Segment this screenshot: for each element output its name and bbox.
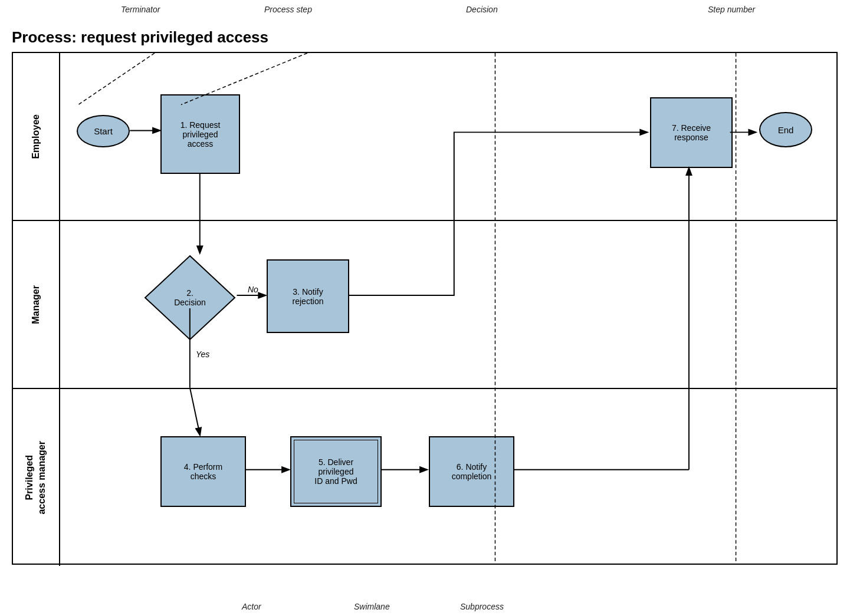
legend-step-number: Step number (708, 5, 755, 14)
step5-shape: 5. Deliver privileged ID and Pwd (290, 436, 382, 507)
lane-privileged-label-container: Privileged access manager (13, 389, 60, 566)
step3-shape: 3. Notify rejection (267, 259, 349, 333)
page-title: Process: request privileged access (12, 28, 268, 47)
page-container: Terminator Process step Decision Step nu… (0, 0, 850, 616)
legend-swimlane: Swimlane (354, 602, 390, 611)
lane-employee-label: Employee (30, 114, 42, 159)
end-shape: End (759, 112, 812, 147)
legend-decision: Decision (466, 5, 498, 14)
lane-employee: Employee Start 1. Request privileged acc… (13, 53, 836, 221)
step7-shape: 7. Receive response (650, 97, 733, 168)
start-shape: Start (77, 115, 130, 147)
step1-shape: 1. Request privileged access (160, 94, 240, 174)
legend-process-step: Process step (264, 5, 312, 14)
diagram: Employee Start 1. Request privileged acc… (12, 52, 838, 565)
decision-shape: 2. Decision (143, 253, 237, 342)
lane-employee-label-container: Employee (13, 53, 60, 220)
step4-shape: 4. Perform checks (160, 436, 246, 507)
no-label: No (248, 285, 258, 294)
step6-shape: 6. Notify completion (429, 436, 514, 507)
yes-label: Yes (196, 350, 209, 359)
lane-privileged: Privileged access manager 4. Perform che… (13, 389, 836, 566)
lane-manager-label-container: Manager (13, 221, 60, 388)
legend-subprocess: Subprocess (460, 602, 504, 611)
legend-terminator: Terminator (121, 5, 160, 14)
lane-privileged-label: Privileged access manager (24, 441, 48, 515)
lane-manager: Manager 2. Decision No Yes (13, 221, 836, 389)
legend-actor: Actor (242, 602, 261, 611)
lane-manager-label: Manager (30, 285, 42, 324)
